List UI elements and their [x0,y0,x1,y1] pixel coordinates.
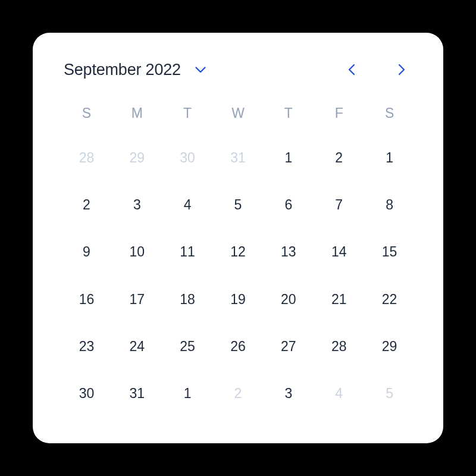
day-cell[interactable]: 21 [314,275,364,322]
chevron-left-icon [348,64,355,76]
day-cell[interactable]: 3 [263,370,314,417]
day-cell[interactable]: 15 [364,228,415,275]
day-cell[interactable]: 25 [162,323,213,370]
day-cell[interactable]: 16 [61,275,112,322]
day-cell[interactable]: 28 [61,134,112,181]
day-cell[interactable]: 28 [314,323,364,370]
next-month-button[interactable] [391,59,412,80]
day-cell[interactable]: 6 [263,181,314,228]
day-cell[interactable]: 2 [213,370,264,417]
day-cell[interactable]: 4 [314,370,364,417]
weekday-label: W [213,99,264,127]
day-cell[interactable]: 30 [61,370,112,417]
weekday-label: M [112,99,162,127]
day-cell[interactable]: 18 [162,275,213,322]
day-cell[interactable]: 5 [213,181,264,228]
month-year-label: September 2022 [64,61,181,79]
chevron-down-icon [195,67,206,73]
prev-month-button[interactable] [341,59,362,80]
day-cell[interactable]: 23 [61,323,112,370]
day-cell[interactable]: 29 [112,134,162,181]
day-cell[interactable]: 1 [263,134,314,181]
day-cell[interactable]: 10 [112,228,162,275]
chevron-right-icon [398,64,405,76]
day-cell[interactable]: 13 [263,228,314,275]
day-cell[interactable]: 29 [364,323,415,370]
day-cell[interactable]: 3 [112,181,162,228]
day-cell[interactable]: 2 [61,181,112,228]
day-cell[interactable]: 30 [162,134,213,181]
weekday-label: T [162,99,213,127]
weekday-label: T [263,99,314,127]
day-cell[interactable]: 11 [162,228,213,275]
day-cell[interactable]: 5 [364,370,415,417]
days-grid: 2829303112123456789101112131415161718192… [61,134,415,417]
day-cell[interactable]: 9 [61,228,112,275]
day-cell[interactable]: 1 [162,370,213,417]
day-cell[interactable]: 7 [314,181,364,228]
day-cell[interactable]: 22 [364,275,415,322]
day-cell[interactable]: 4 [162,181,213,228]
day-cell[interactable]: 19 [213,275,264,322]
weekday-label: S [364,99,415,127]
day-cell[interactable]: 31 [213,134,264,181]
weekday-label: F [314,99,364,127]
day-cell[interactable]: 24 [112,323,162,370]
day-cell[interactable]: 12 [213,228,264,275]
day-cell[interactable]: 14 [314,228,364,275]
weekday-row: S M T W T F S [61,99,415,127]
weekday-label: S [61,99,112,127]
day-cell[interactable]: 8 [364,181,415,228]
day-cell[interactable]: 20 [263,275,314,322]
day-cell[interactable]: 26 [213,323,264,370]
day-cell[interactable]: 1 [364,134,415,181]
calendar-widget: September 2022 S M T W T F S 28 [33,33,443,443]
day-cell[interactable]: 2 [314,134,364,181]
calendar-header: September 2022 [61,59,415,80]
month-dropdown-toggle[interactable] [195,67,206,73]
day-cell[interactable]: 31 [112,370,162,417]
day-cell[interactable]: 27 [263,323,314,370]
day-cell[interactable]: 17 [112,275,162,322]
